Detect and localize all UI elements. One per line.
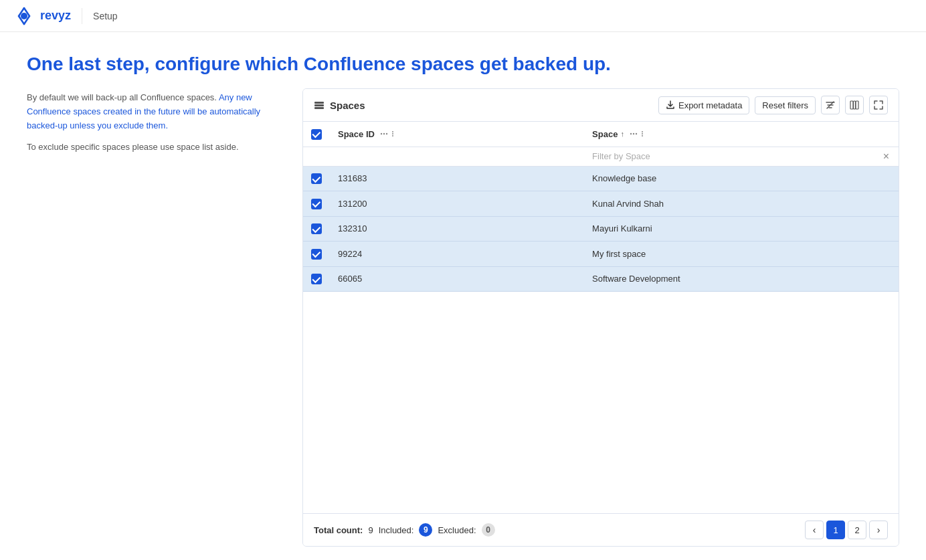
svg-point-15: [392, 131, 393, 132]
svg-point-19: [633, 133, 634, 134]
svg-point-18: [630, 133, 632, 134]
row-space: Kunal Arvind Shah: [584, 191, 899, 217]
logo-icon: [13, 5, 35, 27]
filter-icon-button[interactable]: [821, 96, 840, 114]
svg-point-20: [636, 133, 637, 134]
table-header-row: Space ID: [303, 122, 899, 147]
row-spaceid: 132310: [330, 216, 584, 242]
logo-text: revyz: [40, 9, 71, 23]
svg-rect-11: [856, 101, 858, 109]
included-count-badge: 9: [419, 523, 432, 537]
excluded-count-badge: 0: [482, 523, 495, 537]
left-panel: By default we will back-up all Confluenc…: [27, 88, 281, 547]
table-toolbar: Spaces Export metadata Reset filters: [303, 89, 899, 122]
filter-input-wrapper: ×: [584, 147, 899, 166]
table-row: 66065 Software Development: [303, 266, 899, 292]
space-col-label: Space: [592, 129, 618, 139]
header: revyz Setup: [0, 0, 926, 32]
included-label: Included:: [379, 525, 414, 535]
space-sort-icon[interactable]: ↑: [620, 130, 624, 138]
row-checkbox-cell: [303, 191, 330, 217]
table-row: 132310 Mayuri Kulkarni: [303, 216, 899, 242]
description-1: By default we will back-up all Confluenc…: [27, 91, 281, 132]
row-checkbox-cell: [303, 166, 330, 191]
row-spaceid: 66065: [330, 266, 584, 292]
space-filter-cell: ×: [584, 147, 899, 166]
row-spaceid: 131683: [330, 166, 584, 191]
space-col-actions: [630, 130, 646, 138]
reset-label: Reset filters: [762, 100, 808, 110]
page-2-button[interactable]: 2: [848, 521, 866, 539]
fullscreen-icon: [874, 100, 883, 110]
row-space: My first space: [584, 242, 899, 267]
row-spaceid: 131200: [330, 191, 584, 217]
spaces-table: Space ID: [303, 122, 899, 292]
excluded-label: Excluded:: [438, 525, 476, 535]
table-footer: Total count: 9 Included: 9 Excluded: 0 ‹…: [303, 513, 899, 546]
row-spaceid: 99224: [330, 242, 584, 267]
page-1-button[interactable]: 1: [826, 521, 845, 539]
select-all-checkbox[interactable]: [311, 129, 322, 140]
svg-rect-5: [314, 102, 324, 104]
row-checkbox[interactable]: [311, 223, 322, 234]
spaceid-col-label: Space ID: [338, 129, 375, 139]
columns-icon-button[interactable]: [845, 96, 864, 114]
spaces-icon: [314, 100, 325, 110]
svg-rect-9: [850, 101, 853, 109]
main-content: One last step, configure which Confluenc…: [0, 32, 926, 560]
export-icon: [666, 100, 675, 110]
header-checkbox-col: [303, 122, 330, 147]
row-checkbox[interactable]: [311, 173, 322, 184]
page-title: One last step, configure which Confluenc…: [27, 54, 899, 75]
filter-clear-button[interactable]: ×: [882, 151, 891, 162]
spaces-table-panel: Spaces Export metadata Reset filters: [302, 88, 899, 547]
row-checkbox[interactable]: [311, 249, 322, 260]
description-link[interactable]: Any new Confluence spaces created in the…: [27, 92, 260, 130]
content-area: By default we will back-up all Confluenc…: [27, 88, 899, 547]
space-menu-icon[interactable]: [630, 130, 638, 138]
pagination: ‹ 1 2 ›: [805, 521, 888, 539]
prev-page-button[interactable]: ‹: [805, 521, 824, 539]
header-space: Space ↑: [584, 122, 899, 147]
row-space: Knowledge base: [584, 166, 899, 191]
table-title-label: Spaces: [330, 100, 365, 111]
description-2: To exclude specific spaces please use sp…: [27, 141, 281, 155]
filter-by-space-input[interactable]: [592, 151, 878, 161]
header-spaceid: Space ID: [330, 122, 584, 147]
total-label: Total count:: [314, 525, 363, 535]
header-divider: [82, 8, 82, 24]
svg-point-14: [386, 133, 387, 134]
row-checkbox[interactable]: [311, 274, 322, 284]
row-space: Mayuri Kulkarni: [584, 216, 899, 242]
row-checkbox[interactable]: [311, 199, 322, 209]
svg-point-17: [392, 135, 393, 136]
spaceid-more-icon[interactable]: [389, 130, 396, 137]
total-count: 9: [368, 525, 373, 535]
table-body: 131683 Knowledge base 131200 Kunal Arvin…: [303, 166, 899, 292]
svg-point-0: [21, 13, 27, 19]
logo: revyz: [13, 5, 71, 27]
spaceid-filter-spacer: [330, 147, 584, 166]
svg-point-12: [381, 133, 382, 134]
table-row: 131683 Knowledge base: [303, 166, 899, 191]
svg-rect-6: [314, 104, 324, 106]
columns-icon: [850, 100, 859, 110]
svg-point-22: [642, 133, 643, 134]
filter-checkbox-spacer: [303, 147, 330, 166]
toolbar-actions: Export metadata Reset filters: [658, 96, 888, 114]
filter-row: ×: [303, 147, 899, 166]
spaceid-menu-icon[interactable]: [380, 130, 388, 138]
row-checkbox-cell: [303, 216, 330, 242]
reset-filters-button[interactable]: Reset filters: [755, 96, 816, 114]
svg-rect-10: [854, 101, 856, 109]
svg-point-13: [383, 133, 385, 134]
fullscreen-icon-button[interactable]: [869, 96, 888, 114]
table-row: 99224 My first space: [303, 242, 899, 267]
export-metadata-button[interactable]: Export metadata: [658, 96, 749, 114]
row-checkbox-cell: [303, 242, 330, 267]
space-more-icon[interactable]: [639, 130, 646, 137]
next-page-button[interactable]: ›: [869, 521, 888, 539]
header-nav-setup: Setup: [93, 11, 118, 21]
row-space: Software Development: [584, 266, 899, 292]
svg-point-16: [392, 133, 393, 134]
